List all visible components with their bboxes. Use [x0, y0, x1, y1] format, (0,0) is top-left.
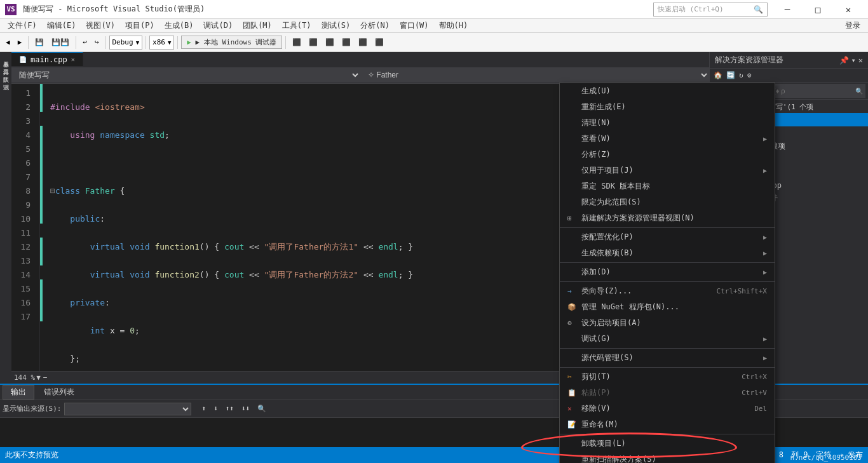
platform-dropdown[interactable]: x86 ▼: [149, 36, 174, 50]
save-all-button[interactable]: 💾💾: [48, 36, 72, 48]
output-btn-2[interactable]: ⬇: [210, 403, 221, 415]
toolbar-extra-1[interactable]: ⬛: [289, 36, 304, 48]
cm-rename[interactable]: 📝 重命名(M): [560, 417, 775, 433]
toolbar-extra-3[interactable]: ⬛: [322, 36, 337, 48]
window-controls: ─ □ ✕: [773, 0, 863, 19]
output-btn-3[interactable]: ⬆⬆: [222, 403, 237, 415]
se-filter-icon[interactable]: ⚙: [746, 70, 753, 81]
toolbar-sep-6: [285, 36, 286, 49]
sidebar-item3[interactable]: 团队: [1, 70, 11, 75]
cm-rescan[interactable]: 重新扫描解决方案(S): [560, 452, 775, 463]
cm-view[interactable]: 查看(W) ▶: [560, 131, 775, 147]
minimize-button[interactable]: ─: [773, 0, 802, 19]
toolbar-extra-6[interactable]: ⬛: [372, 36, 387, 48]
ln-1: 1: [11, 86, 34, 100]
ln-6: 6: [11, 156, 34, 170]
cm-clean[interactable]: 清理(N): [560, 115, 775, 131]
zoom-arrow[interactable]: ▼: [36, 373, 41, 382]
ln-9: 9: [11, 198, 34, 212]
output-btn-4[interactable]: ⬇⬇: [238, 403, 253, 415]
cm-sep-2: [560, 262, 775, 263]
cm-build-deps[interactable]: 生成依赖项(B) ▶: [560, 245, 775, 261]
toolbar-sep-5: [177, 36, 178, 49]
cm-build[interactable]: 生成(U): [560, 83, 775, 99]
redo-button[interactable]: ↪: [92, 36, 102, 48]
toolbar-extra-4[interactable]: ⬛: [339, 36, 354, 48]
zoom-minus[interactable]: −: [43, 373, 48, 382]
sidebar-server-explorer[interactable]: 服务器: [1, 55, 11, 60]
menu-file[interactable]: 文件(F): [3, 19, 42, 32]
left-sidebar: 服务器 工具箱 团队 测试: [0, 52, 11, 384]
quick-launch-input[interactable]: 快速启动 (Ctrl+Q): [658, 4, 754, 14]
cm-sep-3: [560, 281, 775, 282]
menu-tools[interactable]: 工具(T): [277, 19, 316, 32]
cm-pgo[interactable]: 按配置优化(P) ▶: [560, 229, 775, 245]
toolbar-extra-2[interactable]: ⬛: [306, 36, 321, 48]
se-title-bar: 解决方案资源管理器 📌 ▾ ✕: [710, 52, 868, 69]
output-btn-1[interactable]: ⬆: [199, 403, 210, 415]
menu-test[interactable]: 测试(S): [316, 19, 356, 32]
run-button[interactable]: ▶ ▶ 本地 Windows 调试器: [181, 36, 282, 49]
zoom-level[interactable]: 144 %: [14, 373, 35, 382]
cm-paste[interactable]: 📋 粘贴(P) Ctrl+V: [560, 385, 775, 401]
debug-mode-dropdown[interactable]: Debug ▼: [109, 36, 143, 50]
sidebar-toolbox[interactable]: 工具箱: [1, 62, 11, 67]
ln-7: 7: [11, 170, 34, 184]
toolbar-sep-3: [105, 36, 106, 49]
login-button[interactable]: 登录: [840, 19, 865, 32]
output-tab[interactable]: 输出: [3, 385, 34, 399]
ln-4: 4: [11, 128, 34, 142]
cm-startup[interactable]: ⚙ 设为启动项目(A): [560, 315, 775, 331]
title-left: VS 随便写写 - Microsoft Visual Studio(管理员): [5, 4, 205, 15]
cm-cut[interactable]: ✂ 剪切(T) Ctrl+X: [560, 369, 775, 385]
cm-scope[interactable]: 限定为此范围(S): [560, 194, 775, 210]
forward-button[interactable]: ▶: [15, 36, 25, 48]
output-source-select[interactable]: [64, 403, 191, 415]
cm-retarget[interactable]: 重定 SDK 版本目标: [560, 178, 775, 194]
maximize-button[interactable]: □: [803, 0, 832, 19]
menu-window[interactable]: 窗口(W): [395, 19, 434, 32]
undo-button[interactable]: ↩: [79, 36, 90, 48]
back-button[interactable]: ◀: [3, 36, 13, 48]
toolbar-extra-5[interactable]: ⬛: [355, 36, 370, 48]
menu-team[interactable]: 团队(M): [238, 19, 277, 32]
toolbar: ◀ ▶ 💾 💾💾 ↩ ↪ Debug ▼ x86 ▼ ▶ ▶ 本地 Window…: [0, 33, 868, 52]
output-btn-5[interactable]: 🔍: [254, 403, 269, 415]
cm-only-project[interactable]: 仅用于项目(J) ▶: [560, 163, 775, 178]
se-home-icon[interactable]: 🏠: [712, 70, 724, 81]
menu-help[interactable]: 帮助(H): [434, 19, 473, 32]
menu-view[interactable]: 视图(V): [81, 19, 120, 32]
menu-project[interactable]: 项目(P): [120, 19, 159, 32]
menu-build[interactable]: 生成(B): [159, 19, 199, 32]
cm-debug[interactable]: 调试(G) ▶: [560, 331, 775, 347]
se-refresh-icon[interactable]: ↻: [738, 70, 745, 81]
menu-debug[interactable]: 调试(D): [198, 19, 238, 32]
cm-remove[interactable]: ✕ 移除(V) Del: [560, 401, 775, 417]
method-selector[interactable]: ✧ Father: [360, 67, 709, 83]
cm-paste-icon: 📋: [567, 389, 578, 397]
cm-remove-shortcut: Del: [754, 405, 767, 413]
cm-new-view[interactable]: ⊞ 新建解决方案资源管理器视图(N): [560, 210, 775, 226]
cm-analyze[interactable]: 分析(Z): [560, 147, 775, 163]
se-pin-button[interactable]: 📌: [839, 56, 849, 65]
cm-add[interactable]: 添加(D) ▶: [560, 264, 775, 280]
menu-edit[interactable]: 编辑(E): [42, 19, 81, 32]
class-selector[interactable]: 随便写写: [11, 67, 360, 83]
menu-analyze[interactable]: 分析(N): [355, 19, 395, 32]
se-sync-icon[interactable]: 🔄: [725, 70, 736, 81]
tab-main-cpp[interactable]: 📄 main.cpp ✕: [11, 52, 83, 66]
cm-unload[interactable]: 卸载项目(L): [560, 436, 775, 452]
se-close-button[interactable]: ✕: [858, 56, 863, 65]
cm-rebuild[interactable]: 重新生成(E): [560, 99, 775, 115]
ln-14: 14: [11, 268, 34, 282]
se-arrow-button[interactable]: ▾: [851, 56, 856, 65]
context-menu: 生成(U) 重新生成(E) 清理(N) 查看(W) ▶ 分析(Z) 仅用于项目(…: [559, 83, 775, 463]
cm-class-wizard[interactable]: ⇒ 类向导(Z)... Ctrl+Shift+X: [560, 283, 775, 299]
sidebar-item4[interactable]: 测试: [1, 77, 11, 83]
cm-source-control[interactable]: 源代码管理(S) ▶: [560, 350, 775, 366]
cm-nuget[interactable]: 📦 管理 NuGet 程序包(N)...: [560, 299, 775, 315]
tab-close-button[interactable]: ✕: [71, 56, 75, 63]
save-button[interactable]: 💾: [32, 36, 47, 48]
error-list-tab[interactable]: 错误列表: [36, 385, 83, 399]
close-button[interactable]: ✕: [834, 0, 863, 19]
